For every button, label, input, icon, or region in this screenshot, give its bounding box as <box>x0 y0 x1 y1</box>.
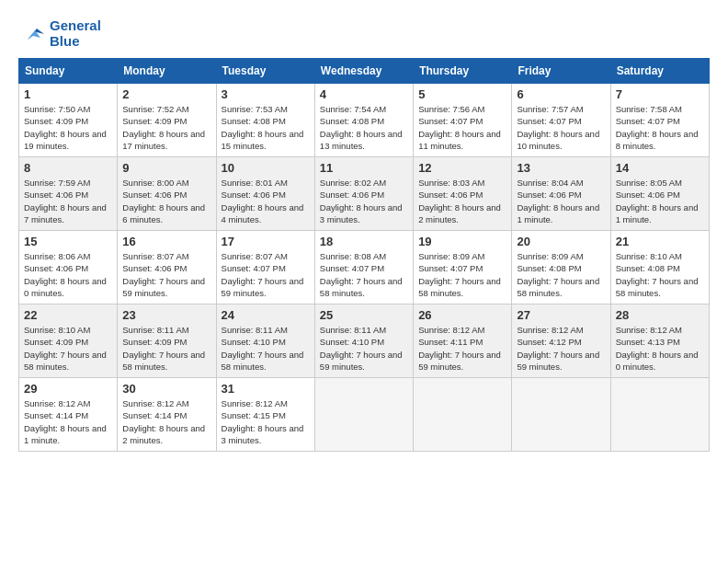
table-row: 7 Sunrise: 7:58 AM Sunset: 4:07 PM Dayli… <box>610 84 709 157</box>
day-number: 19 <box>418 235 506 248</box>
day-info: Sunrise: 8:12 AM Sunset: 4:11 PM Dayligh… <box>418 324 506 373</box>
table-row: 8 Sunrise: 7:59 AM Sunset: 4:06 PM Dayli… <box>19 157 118 231</box>
day-number: 15 <box>24 235 112 248</box>
day-number: 2 <box>122 87 210 101</box>
table-row: 10 Sunrise: 8:01 AM Sunset: 4:06 PM Dayl… <box>216 157 314 231</box>
day-info: Sunrise: 8:09 AM Sunset: 4:07 PM Dayligh… <box>418 250 506 299</box>
logo-text: General Blue <box>50 18 101 49</box>
table-row: 3 Sunrise: 7:53 AM Sunset: 4:08 PM Dayli… <box>216 84 314 157</box>
table-row <box>414 378 512 452</box>
day-number: 11 <box>320 161 408 175</box>
day-number: 14 <box>616 161 704 175</box>
page-header: General Blue <box>18 18 710 49</box>
table-row: 9 Sunrise: 8:00 AM Sunset: 4:06 PM Dayli… <box>118 157 216 231</box>
day-info: Sunrise: 7:50 AM Sunset: 4:09 PM Dayligh… <box>24 103 112 152</box>
day-info: Sunrise: 8:12 AM Sunset: 4:14 PM Dayligh… <box>122 397 210 446</box>
logo: General Blue <box>18 18 101 49</box>
table-row: 12 Sunrise: 8:03 AM Sunset: 4:06 PM Dayl… <box>414 157 512 231</box>
calendar-week-row: 29 Sunrise: 8:12 AM Sunset: 4:14 PM Dayl… <box>19 378 710 452</box>
table-row: 17 Sunrise: 8:07 AM Sunset: 4:07 PM Dayl… <box>216 231 314 304</box>
day-number: 6 <box>517 87 605 101</box>
day-info: Sunrise: 8:05 AM Sunset: 4:06 PM Dayligh… <box>616 177 704 225</box>
day-info: Sunrise: 7:52 AM Sunset: 4:09 PM Dayligh… <box>122 103 210 152</box>
day-number: 23 <box>122 308 210 322</box>
day-info: Sunrise: 7:54 AM Sunset: 4:08 PM Dayligh… <box>320 103 408 152</box>
table-row <box>610 378 709 452</box>
table-row: 26 Sunrise: 8:12 AM Sunset: 4:11 PM Dayl… <box>414 304 512 378</box>
day-info: Sunrise: 8:12 AM Sunset: 4:13 PM Dayligh… <box>616 324 704 373</box>
table-row: 20 Sunrise: 8:09 AM Sunset: 4:08 PM Dayl… <box>512 231 610 304</box>
day-info: Sunrise: 7:56 AM Sunset: 4:07 PM Dayligh… <box>418 103 506 152</box>
day-number: 3 <box>222 87 310 101</box>
col-friday: Friday <box>512 59 610 84</box>
col-wednesday: Wednesday <box>314 59 413 84</box>
table-row: 6 Sunrise: 7:57 AM Sunset: 4:07 PM Dayli… <box>512 84 610 157</box>
day-number: 9 <box>122 161 210 175</box>
day-number: 24 <box>222 308 310 322</box>
day-info: Sunrise: 8:12 AM Sunset: 4:14 PM Dayligh… <box>24 397 112 446</box>
day-info: Sunrise: 8:03 AM Sunset: 4:06 PM Dayligh… <box>418 177 506 225</box>
table-row: 22 Sunrise: 8:10 AM Sunset: 4:09 PM Dayl… <box>19 304 118 378</box>
day-number: 21 <box>616 235 704 248</box>
day-number: 31 <box>222 382 310 396</box>
day-number: 22 <box>24 308 112 322</box>
table-row: 25 Sunrise: 8:11 AM Sunset: 4:10 PM Dayl… <box>314 304 413 378</box>
table-row: 31 Sunrise: 8:12 AM Sunset: 4:15 PM Dayl… <box>216 378 314 452</box>
table-row: 2 Sunrise: 7:52 AM Sunset: 4:09 PM Dayli… <box>118 84 216 157</box>
day-info: Sunrise: 7:57 AM Sunset: 4:07 PM Dayligh… <box>517 103 605 152</box>
day-number: 18 <box>320 235 408 248</box>
day-number: 17 <box>222 235 310 248</box>
calendar-week-row: 22 Sunrise: 8:10 AM Sunset: 4:09 PM Dayl… <box>19 304 710 378</box>
day-number: 30 <box>122 382 210 396</box>
day-number: 4 <box>320 87 408 101</box>
table-row: 18 Sunrise: 8:08 AM Sunset: 4:07 PM Dayl… <box>314 231 413 304</box>
day-info: Sunrise: 8:08 AM Sunset: 4:07 PM Dayligh… <box>320 250 408 299</box>
day-info: Sunrise: 8:11 AM Sunset: 4:10 PM Dayligh… <box>320 324 408 373</box>
day-info: Sunrise: 8:00 AM Sunset: 4:06 PM Dayligh… <box>122 177 210 225</box>
day-number: 25 <box>320 308 408 322</box>
calendar-week-row: 8 Sunrise: 7:59 AM Sunset: 4:06 PM Dayli… <box>19 157 710 231</box>
table-row: 27 Sunrise: 8:12 AM Sunset: 4:12 PM Dayl… <box>512 304 610 378</box>
day-info: Sunrise: 8:12 AM Sunset: 4:15 PM Dayligh… <box>222 397 310 446</box>
calendar-week-row: 1 Sunrise: 7:50 AM Sunset: 4:09 PM Dayli… <box>19 84 710 157</box>
table-row: 5 Sunrise: 7:56 AM Sunset: 4:07 PM Dayli… <box>414 84 512 157</box>
day-number: 8 <box>24 161 112 175</box>
table-row: 4 Sunrise: 7:54 AM Sunset: 4:08 PM Dayli… <box>314 84 413 157</box>
table-row: 14 Sunrise: 8:05 AM Sunset: 4:06 PM Dayl… <box>610 157 709 231</box>
day-info: Sunrise: 7:59 AM Sunset: 4:06 PM Dayligh… <box>24 177 112 225</box>
table-row: 16 Sunrise: 8:07 AM Sunset: 4:06 PM Dayl… <box>118 231 216 304</box>
day-info: Sunrise: 8:09 AM Sunset: 4:08 PM Dayligh… <box>517 250 605 299</box>
table-row: 11 Sunrise: 8:02 AM Sunset: 4:06 PM Dayl… <box>314 157 413 231</box>
day-number: 12 <box>418 161 506 175</box>
day-info: Sunrise: 8:10 AM Sunset: 4:08 PM Dayligh… <box>616 250 704 299</box>
day-info: Sunrise: 8:11 AM Sunset: 4:09 PM Dayligh… <box>122 324 210 373</box>
day-number: 13 <box>517 161 605 175</box>
day-info: Sunrise: 8:12 AM Sunset: 4:12 PM Dayligh… <box>517 324 605 373</box>
table-row: 19 Sunrise: 8:09 AM Sunset: 4:07 PM Dayl… <box>414 231 512 304</box>
calendar-table: Sunday Monday Tuesday Wednesday Thursday… <box>18 58 710 452</box>
day-number: 1 <box>24 87 112 101</box>
day-number: 20 <box>517 235 605 248</box>
table-row: 15 Sunrise: 8:06 AM Sunset: 4:06 PM Dayl… <box>19 231 118 304</box>
day-info: Sunrise: 8:07 AM Sunset: 4:07 PM Dayligh… <box>222 250 310 299</box>
day-info: Sunrise: 8:02 AM Sunset: 4:06 PM Dayligh… <box>320 177 408 225</box>
day-number: 29 <box>24 382 112 396</box>
day-number: 26 <box>418 308 506 322</box>
day-number: 16 <box>122 235 210 248</box>
col-sunday: Sunday <box>19 59 118 84</box>
calendar-week-row: 15 Sunrise: 8:06 AM Sunset: 4:06 PM Dayl… <box>19 231 710 304</box>
col-thursday: Thursday <box>414 59 512 84</box>
logo-icon <box>18 21 46 47</box>
table-row: 30 Sunrise: 8:12 AM Sunset: 4:14 PM Dayl… <box>118 378 216 452</box>
day-info: Sunrise: 8:11 AM Sunset: 4:10 PM Dayligh… <box>222 324 310 373</box>
day-number: 10 <box>222 161 310 175</box>
col-saturday: Saturday <box>610 59 709 84</box>
day-info: Sunrise: 8:04 AM Sunset: 4:06 PM Dayligh… <box>517 177 605 225</box>
day-info: Sunrise: 7:58 AM Sunset: 4:07 PM Dayligh… <box>616 103 704 152</box>
day-number: 7 <box>616 87 704 101</box>
table-row: 28 Sunrise: 8:12 AM Sunset: 4:13 PM Dayl… <box>610 304 709 378</box>
table-row <box>314 378 413 452</box>
day-info: Sunrise: 8:06 AM Sunset: 4:06 PM Dayligh… <box>24 250 112 299</box>
day-info: Sunrise: 7:53 AM Sunset: 4:08 PM Dayligh… <box>222 103 310 152</box>
table-row <box>512 378 610 452</box>
